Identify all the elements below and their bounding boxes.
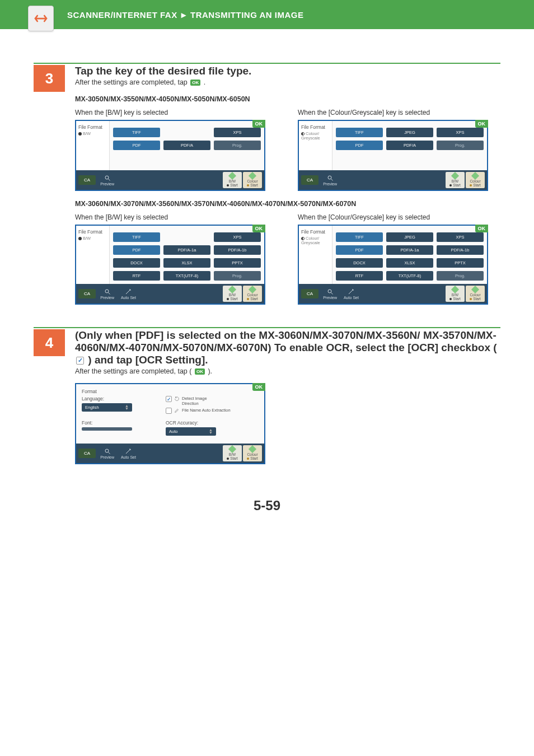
panel-b-colour: File Format Colour/ Greyscale OK TIFF JP… — [298, 225, 488, 305]
bw-selected-label-1: When the [B/W] key is selected — [75, 109, 278, 116]
step-number-4: 4 — [34, 329, 65, 356]
preview-icon — [327, 175, 334, 181]
prog-button[interactable]: Prog. — [214, 271, 261, 281]
ocr-accuracy-select[interactable]: Auto ▲▼ — [166, 427, 216, 436]
xps-button[interactable]: XPS — [437, 128, 484, 137]
preview-button[interactable]: Preview — [98, 287, 116, 301]
updown-icon: ▲▼ — [209, 429, 213, 433]
rtf-button[interactable]: RTF — [113, 271, 160, 281]
checkbox-checked-icon: ✓ — [166, 396, 172, 402]
pdf-button[interactable]: PDF — [113, 245, 160, 255]
xps-button[interactable]: XPS — [214, 128, 261, 137]
txt-button[interactable]: TXT(UTF-8) — [163, 271, 210, 281]
panel-a-bw: File Format B/W OK TIFF XPS PDF — [75, 120, 265, 191]
pdfa1a-button[interactable]: PDF/A-1a — [163, 245, 210, 255]
ok-button[interactable]: OK — [252, 225, 266, 232]
txt-button[interactable]: TXT(UTF-8) — [386, 271, 433, 281]
header-bar: SCANNER/INTERNET FAX ► TRANSMITTING AN I… — [0, 0, 534, 29]
xlsx-button[interactable]: XLSX — [386, 258, 433, 268]
filename-auto-checkbox[interactable]: File Name Auto Extraction — [166, 408, 259, 414]
ok-button[interactable]: OK — [475, 120, 489, 128]
bw-start-button[interactable]: B/W Start — [446, 172, 465, 188]
pdfa1b-button[interactable]: PDF/A-1b — [437, 245, 484, 255]
preview-button[interactable]: Preview — [321, 174, 339, 187]
docx-button[interactable]: DOCX — [336, 258, 383, 268]
font-select[interactable] — [82, 427, 132, 431]
step3-title: Tap the key of the desired file type. — [75, 65, 500, 77]
preview-button[interactable]: Preview — [98, 447, 116, 460]
colour-start-button[interactable]: Colour Start — [243, 286, 262, 302]
prog-button[interactable]: Prog. — [437, 141, 484, 150]
panel-a-colour: File Format Colour/ Greyscale OK TIFF JP… — [298, 120, 488, 191]
pptx-button[interactable]: PPTX — [214, 258, 261, 268]
xps-button[interactable]: XPS — [214, 232, 261, 242]
pdfa1a-button[interactable]: PDF/A-1a — [386, 245, 433, 255]
tiff-button[interactable]: TIFF — [113, 128, 160, 137]
preview-button[interactable]: Preview — [98, 174, 116, 187]
ok-button[interactable]: OK — [252, 120, 266, 128]
svg-point-4 — [105, 290, 109, 293]
wand-icon — [125, 448, 132, 455]
bw-start-button[interactable]: B/W Start — [223, 445, 242, 461]
scanner-icon — [28, 6, 54, 31]
pdf-button[interactable]: PDF — [113, 141, 160, 150]
prog-button[interactable]: Prog. — [437, 271, 484, 281]
file-format-label: File Format — [78, 124, 107, 130]
step3-sub-post: . — [204, 78, 205, 86]
rtf-button[interactable]: RTF — [336, 271, 383, 281]
pdfa-button[interactable]: PDF/A — [386, 141, 433, 150]
panel-b-bw: File Format B/W OK TIFF XPS PDF — [75, 225, 265, 305]
tiff-button[interactable]: TIFF — [336, 232, 383, 242]
language-select[interactable]: English ▲▼ — [82, 403, 132, 412]
pencil-icon — [174, 408, 180, 413]
font-label: Font: — [82, 420, 154, 426]
ca-button[interactable]: CA — [78, 289, 96, 298]
jpeg-button[interactable]: JPEG — [386, 232, 433, 242]
pptx-button[interactable]: PPTX — [437, 258, 484, 268]
file-format-label: File Format — [301, 229, 330, 235]
docx-button[interactable]: DOCX — [113, 258, 160, 268]
ok-button[interactable]: OK — [475, 225, 489, 232]
pdf-button[interactable]: PDF — [336, 141, 383, 150]
xlsx-button[interactable]: XLSX — [163, 258, 210, 268]
ca-button[interactable]: CA — [301, 289, 318, 298]
ca-button[interactable]: CA — [301, 175, 318, 185]
inline-check-icon: ✓ — [76, 357, 84, 365]
colour-start-button[interactable]: Colour Start — [466, 286, 485, 302]
colour-start-button[interactable]: Colour Start — [243, 172, 262, 188]
autoset-button[interactable]: Auto Set — [119, 287, 138, 301]
wand-icon — [348, 288, 354, 295]
checkbox-icon — [166, 408, 172, 414]
pdfa-button[interactable]: PDF/A — [163, 141, 210, 150]
model-list-1: MX-3050N/MX-3550N/MX-4050N/MX-5050N/MX-6… — [75, 95, 500, 103]
step4-subtext: After the settings are completed, tap ( … — [75, 367, 500, 375]
colour-start-button[interactable]: Colour Start — [466, 172, 485, 188]
bw-start-button[interactable]: B/W Start — [223, 172, 242, 188]
ok-button[interactable]: OK — [252, 383, 266, 391]
model-list-2: MX-3060N/MX-3070N/MX-3560N/MX-3570N/MX-4… — [75, 200, 500, 208]
pdf-button[interactable]: PDF — [336, 245, 383, 255]
prog-button[interactable]: Prog. — [214, 141, 261, 150]
colour-selected-label-2: When the [Colour/Greyscale] key is selec… — [298, 213, 500, 221]
jpeg-button[interactable]: JPEG — [386, 128, 433, 137]
svg-line-5 — [108, 292, 110, 294]
tiff-button[interactable]: TIFF — [336, 128, 383, 137]
tiff-button[interactable]: TIFF — [113, 232, 160, 242]
inline-ok-icon: OK — [195, 368, 205, 375]
xps-button[interactable]: XPS — [437, 232, 484, 242]
ca-button[interactable]: CA — [78, 449, 96, 458]
svg-line-3 — [331, 179, 332, 180]
autoset-button[interactable]: Auto Set — [119, 447, 138, 460]
page-number: 5-59 — [34, 498, 500, 514]
ca-button[interactable]: CA — [78, 175, 96, 185]
detect-image-checkbox[interactable]: ✓ Detect Image Direction — [166, 396, 259, 406]
colour-start-button[interactable]: Colour Start — [243, 445, 262, 461]
bw-start-button[interactable]: B/W Start — [223, 286, 242, 302]
pdfa1b-button[interactable]: PDF/A-1b — [214, 245, 261, 255]
svg-point-2 — [328, 176, 331, 179]
preview-icon — [327, 288, 334, 295]
bw-start-button[interactable]: B/W Start — [446, 286, 465, 302]
preview-button[interactable]: Preview — [321, 287, 339, 301]
autoset-button[interactable]: Auto Set — [341, 287, 361, 301]
file-format-label: File Format — [301, 124, 330, 130]
